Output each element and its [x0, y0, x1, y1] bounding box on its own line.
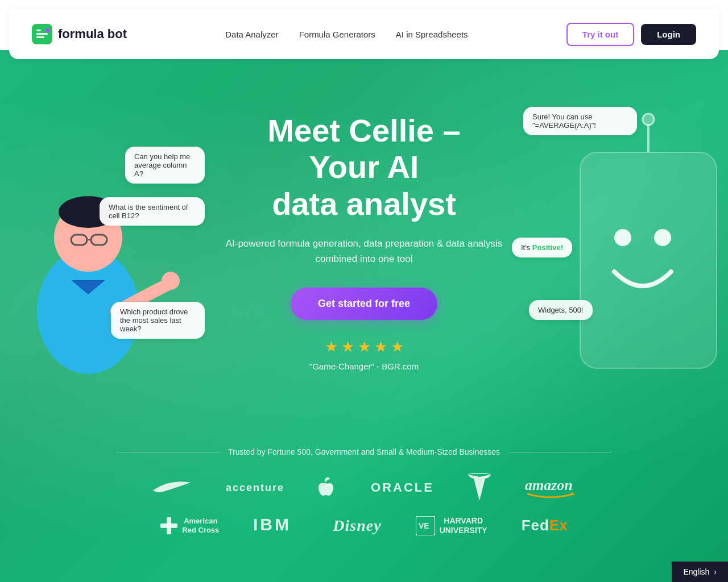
- amazon-logo: amazon: [525, 475, 576, 500]
- stars-row: ★ ★ ★ ★ ★: [216, 338, 512, 356]
- svg-point-4: [46, 28, 50, 33]
- logo-text: formula bot: [58, 27, 127, 41]
- disney-logo: Disney: [333, 517, 381, 535]
- nav-formula-generators[interactable]: Formula Generators: [299, 30, 375, 39]
- chat-bubble-3: Which product drove the most sales last …: [111, 302, 205, 339]
- harvard-logo: VE HARVARDUNIVERSITY: [416, 516, 487, 535]
- svg-text:IBM: IBM: [253, 515, 291, 534]
- bubble-right-2: It's Positive!: [512, 238, 572, 265]
- login-button[interactable]: Login: [641, 24, 696, 45]
- try-it-out-button[interactable]: Try it out: [566, 23, 634, 46]
- navbar: formula bot Data Analyzer Formula Genera…: [9, 9, 719, 59]
- svg-rect-20: [160, 523, 177, 528]
- star-3: ★: [358, 338, 371, 356]
- nav-actions: Try it out Login: [566, 23, 696, 46]
- tesla-logo: [468, 472, 491, 503]
- nike-logo: [152, 478, 192, 497]
- get-started-button[interactable]: Get started for free: [291, 288, 437, 320]
- chat-bubble-2: What is the sentiment of cell B12?: [100, 197, 205, 226]
- language-label: English: [683, 567, 709, 576]
- hero-center: Meet Cellie – Your AI data analyst AI-po…: [216, 113, 512, 371]
- chat-bubble-1: Can you help me average column A?: [125, 147, 205, 184]
- svg-text:amazon: amazon: [525, 477, 573, 493]
- review-text: "Game-Changer" - BGR.com: [216, 361, 512, 371]
- ibm-logo: IBM: [253, 514, 299, 537]
- star-2: ★: [341, 338, 354, 356]
- right-side: Sure! You can use "=AVERAGE(A:A)"! It's …: [512, 107, 728, 405]
- apple-logo: [318, 476, 337, 499]
- star-1: ★: [325, 338, 338, 356]
- trusted-label: Trusted by Fortune 500, Government and S…: [0, 447, 728, 456]
- nav-data-analyzer[interactable]: Data Analyzer: [225, 30, 278, 39]
- nav-ai-spreadsheets[interactable]: AI in Spreadsheets: [396, 30, 468, 39]
- svg-point-13: [614, 229, 631, 246]
- star-4: ★: [374, 338, 387, 356]
- hero-title: Meet Cellie – Your AI data analyst: [216, 113, 512, 222]
- logos-row-2: AmericanRed Cross IBM Disney VE HARVARDU…: [0, 514, 728, 537]
- bubble-right-3: Widgets, 500!: [529, 300, 593, 328]
- logo-area[interactable]: formula bot: [32, 24, 127, 44]
- fedex-logo: FedEx: [522, 517, 568, 534]
- accenture-logo: accenture: [226, 482, 284, 494]
- trusted-section: Trusted by Fortune 500, Government and S…: [0, 447, 728, 537]
- nav-links: Data Analyzer Formula Generators AI in S…: [225, 30, 468, 39]
- svg-rect-3: [36, 36, 44, 38]
- svg-rect-2: [36, 33, 48, 35]
- hero-subtitle: AI-powered formula generation, data prep…: [216, 236, 512, 267]
- star-5: ★: [391, 338, 404, 356]
- logo-icon: [32, 24, 52, 44]
- svg-text:VE: VE: [419, 521, 429, 530]
- svg-point-14: [654, 229, 671, 246]
- redcross-logo: AmericanRed Cross: [160, 517, 219, 534]
- chat-bubbles-left: Can you help me average column A? What i…: [11, 130, 205, 347]
- chevron-right-icon: ›: [714, 567, 717, 576]
- logos-row-1: accenture ORACLE amazon: [0, 472, 728, 503]
- language-selector[interactable]: English ›: [672, 562, 728, 582]
- oracle-logo: ORACLE: [371, 480, 434, 495]
- svg-rect-1: [36, 30, 41, 31]
- hero-section: Can you help me average column A? What i…: [0, 50, 728, 582]
- svg-point-16: [643, 114, 654, 125]
- bubble-right-1: Sure! You can use "=AVERAGE(A:A)"!: [523, 107, 637, 143]
- svg-rect-12: [580, 152, 717, 368]
